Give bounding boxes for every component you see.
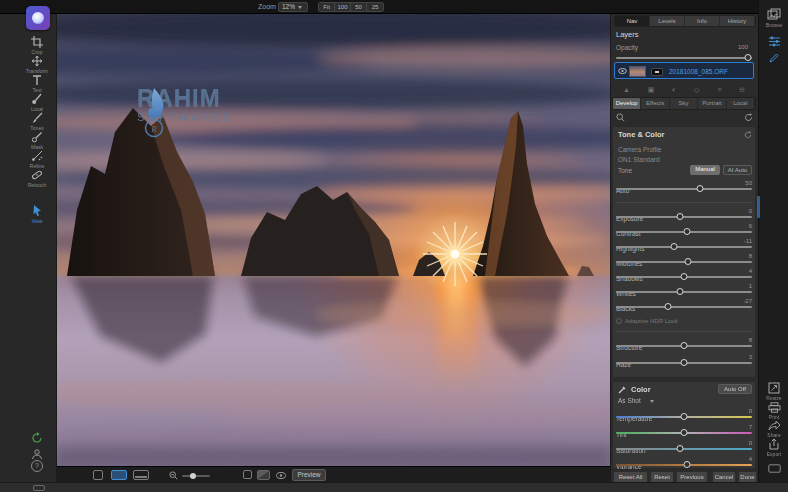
slider-vibrance[interactable]: Vibrance 4 [616, 455, 752, 469]
zoom-100-button[interactable]: 100 [335, 3, 351, 11]
adaptive-hdr-option[interactable]: Adaptive HDR Look [616, 318, 752, 327]
slider-auto[interactable]: Auto 50 [616, 179, 752, 193]
panel-toggle[interactable] [759, 464, 788, 473]
zoom-out-icon[interactable] [169, 471, 178, 480]
layer-action-icon[interactable]: ▣ [648, 84, 655, 95]
slider-knob[interactable] [683, 461, 690, 468]
app-logo[interactable] [26, 6, 50, 30]
slider-track[interactable] [616, 416, 752, 418]
tab-info[interactable]: Info [685, 16, 720, 26]
layer-action-icon[interactable]: ⊖ [739, 84, 745, 95]
tab-local[interactable]: Local [727, 98, 755, 109]
canvas-bottom-bar: Preview [57, 466, 610, 482]
detail-view-icon[interactable] [111, 470, 127, 480]
compare-grid-icon[interactable] [243, 470, 252, 479]
slider-track[interactable] [616, 231, 752, 233]
slider-knob[interactable] [681, 413, 688, 420]
white-balance-dropdown[interactable]: As Shot [618, 397, 641, 404]
reset-tone-icon[interactable] [744, 131, 752, 139]
module-export[interactable]: Export [759, 438, 788, 457]
slider-track[interactable] [616, 216, 752, 218]
slider-knob[interactable] [697, 185, 704, 192]
tab-develop[interactable]: Develop [613, 98, 641, 109]
color-auto-button[interactable]: Auto Off [718, 384, 752, 394]
layer-action-icon[interactable]: ◐ [672, 84, 676, 95]
zoom-dropdown[interactable]: 12% [278, 2, 308, 12]
slider-blacks[interactable]: Blacks -27 [616, 297, 752, 311]
help-icon[interactable]: ? [31, 460, 43, 472]
slider-track[interactable] [616, 448, 752, 450]
slider-track[interactable] [616, 276, 752, 278]
slider-contrast[interactable]: Contrast 6 [616, 222, 752, 236]
slider-temperature[interactable]: Temperature 0 [616, 407, 752, 421]
module-resize[interactable]: Resize [759, 382, 788, 401]
search-icon[interactable] [616, 113, 625, 122]
slider-knob[interactable] [681, 273, 688, 280]
slider-track[interactable] [616, 362, 752, 364]
canvas-zoom-slider[interactable] [182, 475, 210, 477]
slider-whites[interactable]: Whites 1 [616, 282, 752, 296]
slider-midtones[interactable]: Midtones 8 [616, 252, 752, 266]
slider-track[interactable] [616, 306, 752, 308]
module-edit[interactable] [759, 36, 788, 47]
slider-tint[interactable]: Tint 7 [616, 423, 752, 437]
slider-knob[interactable] [681, 359, 688, 366]
reset-pane-icon[interactable] [744, 113, 753, 122]
tab-levels[interactable]: Levels [650, 16, 685, 26]
slider-track[interactable] [616, 432, 752, 434]
zoom-25-button[interactable]: 25 [367, 3, 383, 11]
preview-eye-icon[interactable] [276, 472, 286, 479]
camera-profile-value[interactable]: ON1 Standard [618, 156, 660, 163]
slider-knob[interactable] [671, 243, 678, 250]
slider-track[interactable] [616, 261, 752, 263]
compare-ab-icon[interactable] [257, 470, 270, 480]
slider-knob[interactable] [676, 288, 683, 295]
slider-knob[interactable] [683, 228, 690, 235]
opacity-slider[interactable] [616, 54, 752, 62]
slider-shadows[interactable]: Shadows 4 [616, 267, 752, 281]
photo-canvas[interactable]: R RAHIM SOFTWARES [57, 14, 610, 466]
zoom-50-button[interactable]: 50 [351, 3, 367, 11]
slider-track[interactable] [616, 464, 752, 466]
tone-ai-auto-button[interactable]: AI Auto [723, 165, 752, 175]
slider-structure[interactable]: Structure 8 [616, 336, 752, 350]
module-share[interactable]: Share [759, 420, 788, 438]
eyedropper-icon[interactable] [618, 385, 627, 394]
module-quick-edit[interactable] [759, 52, 788, 64]
module-browse[interactable]: Browse [759, 8, 788, 28]
tab-portrait[interactable]: Portrait [698, 98, 726, 109]
slider-track[interactable] [616, 246, 752, 248]
slider-knob[interactable] [676, 213, 683, 220]
slider-exposure[interactable]: Exposure 0 [616, 207, 752, 221]
slider-knob[interactable] [664, 303, 671, 310]
slider-knob[interactable] [685, 258, 692, 265]
layer-action-icon[interactable]: ◇ [694, 84, 699, 95]
slider-haze[interactable]: Haze 3 [616, 353, 752, 367]
filmstrip-view-icon[interactable] [133, 470, 149, 480]
zoom-fit-button[interactable]: Fit [319, 3, 335, 11]
single-view-icon[interactable] [93, 470, 103, 480]
layer-row[interactable]: 20181008_085.ORF [614, 62, 754, 79]
preview-button[interactable]: Preview [292, 469, 326, 481]
slider-knob[interactable] [676, 445, 683, 452]
tab-history[interactable]: History [720, 16, 755, 26]
tab-sky[interactable]: Sky [670, 98, 698, 109]
slider-track[interactable] [616, 345, 752, 347]
slider-highlights[interactable]: Highlights -11 [616, 237, 752, 251]
tone-manual-button[interactable]: Manual [690, 165, 720, 175]
layer-visibility-eye-icon[interactable] [618, 68, 627, 74]
slider-knob[interactable] [681, 429, 688, 436]
opacity-knob[interactable] [744, 54, 751, 61]
panel-collapse-handle[interactable] [757, 196, 760, 218]
slider-track[interactable] [616, 188, 752, 190]
filmstrip-toggle-icon[interactable] [33, 485, 45, 491]
canvas-zoom-knob[interactable] [190, 473, 196, 479]
tab-effects[interactable]: Effects [641, 98, 669, 109]
module-print[interactable]: Print [759, 402, 788, 420]
slider-knob[interactable] [681, 342, 688, 349]
slider-track[interactable] [616, 291, 752, 293]
slider-saturation[interactable]: Saturation 0 [616, 439, 752, 453]
layer-action-icon[interactable]: ≡ [717, 84, 721, 95]
tab-nav[interactable]: Nav [615, 16, 650, 26]
layer-action-icon[interactable]: ▲ [623, 84, 630, 95]
